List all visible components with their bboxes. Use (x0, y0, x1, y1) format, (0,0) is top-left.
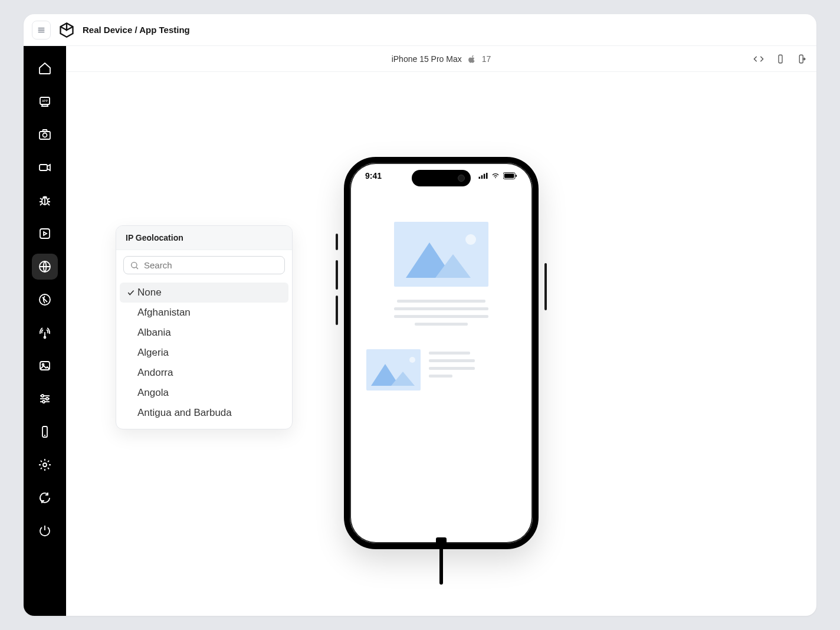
sidebar-map[interactable] (32, 287, 58, 313)
phone-power-button (544, 263, 547, 310)
status-bar: 9:41 (350, 171, 533, 181)
play-icon (38, 227, 52, 241)
svg-rect-26 (479, 176, 481, 178)
camera-icon (38, 127, 52, 142)
svg-rect-9 (40, 229, 50, 238)
sidebar-screenshot[interactable] (32, 122, 58, 147)
battery-icon (503, 172, 517, 179)
location-option-label: None (137, 287, 162, 298)
status-time: 9:41 (365, 171, 382, 181)
app-content-placeholder (350, 216, 533, 543)
svg-point-19 (46, 398, 48, 400)
sidebar: APP (24, 46, 66, 616)
location-option[interactable]: None (120, 283, 288, 303)
map-icon (38, 293, 52, 307)
image-icon (38, 359, 52, 373)
placeholder-text (366, 300, 516, 326)
power-icon (38, 524, 52, 538)
refresh-icon (38, 491, 52, 505)
bug-icon (38, 193, 52, 208)
search-input[interactable] (144, 260, 278, 270)
apple-icon (468, 55, 476, 63)
svg-point-20 (42, 401, 45, 403)
svg-point-6 (43, 133, 47, 137)
sliders-icon (38, 392, 52, 406)
location-option[interactable]: Albania (120, 323, 288, 343)
phone-icon (775, 54, 786, 64)
location-option-label: Andorra (137, 367, 173, 379)
svg-rect-29 (486, 173, 488, 179)
svg-rect-27 (481, 175, 483, 179)
placeholder-list-item (366, 349, 516, 391)
globe-icon (38, 260, 52, 274)
sidebar-throttle[interactable] (32, 386, 58, 412)
hamburger-icon (37, 25, 46, 35)
device-screen[interactable]: 9:41 (344, 157, 539, 549)
location-option[interactable]: Algeria (120, 343, 288, 363)
svg-point-39 (132, 262, 137, 267)
device-cable (438, 537, 445, 585)
sidebar-home[interactable] (32, 55, 58, 81)
sidebar-device[interactable] (32, 419, 58, 445)
wifi-icon (491, 172, 500, 179)
network-icon (38, 326, 52, 340)
phone-mute-switch (336, 234, 338, 250)
location-list[interactable]: NoneAfghanistanAlbaniaAlgeriaAndorraAngo… (116, 280, 292, 429)
location-option-label: Afghanistan (137, 307, 191, 319)
location-option[interactable]: Afghanistan (120, 303, 288, 323)
sidebar-record[interactable] (32, 155, 58, 181)
sidebar-play[interactable] (32, 221, 58, 247)
placeholder-image (394, 222, 488, 287)
app-icon: APP (38, 94, 52, 109)
svg-rect-32 (516, 175, 517, 177)
sidebar-network[interactable] (32, 320, 58, 346)
rotate-button[interactable] (775, 54, 786, 64)
device-label: iPhone 15 Pro Max 17 (392, 54, 491, 64)
location-option[interactable]: Andorra (120, 363, 288, 383)
page-title: Real Device / App Testing (83, 25, 190, 35)
phone-volume-up (336, 260, 338, 290)
signal-icon (478, 173, 488, 179)
svg-point-18 (41, 395, 44, 397)
phone-volume-down (336, 296, 338, 325)
svg-rect-7 (40, 165, 47, 170)
sidebar-power[interactable] (32, 518, 58, 544)
location-option-label: Antigua and Barbuda (137, 407, 232, 419)
svg-point-23 (43, 463, 47, 467)
code-icon (753, 53, 764, 65)
svg-rect-31 (504, 173, 514, 178)
settings-icon (38, 458, 52, 472)
titlebar: Real Device / App Testing (24, 14, 816, 46)
search-field[interactable] (123, 256, 285, 274)
svg-rect-13 (40, 362, 50, 370)
svg-line-40 (136, 267, 138, 269)
svg-rect-28 (484, 173, 485, 178)
location-option-label: Angola (137, 387, 169, 399)
sidebar-bug[interactable] (32, 188, 58, 214)
app-logo (58, 21, 76, 39)
location-option[interactable]: Angola (120, 383, 288, 403)
popover-title: IP Geolocation (116, 226, 292, 250)
phone-arrow-icon (796, 54, 807, 64)
sidebar-geolocation[interactable] (32, 254, 58, 280)
devtools-button[interactable] (753, 53, 764, 65)
location-option-label: Algeria (137, 347, 169, 359)
app-window: Real Device / App Testing APP iPhone 15 … (24, 14, 816, 616)
main: iPhone 15 Pro Max 17 (66, 46, 816, 616)
location-option-label: Albania (137, 327, 171, 339)
sidebar-app[interactable]: APP (32, 88, 58, 114)
device-icon (38, 425, 52, 439)
home-icon (38, 61, 52, 76)
menu-button[interactable] (32, 21, 51, 40)
install-button[interactable] (796, 54, 807, 64)
svg-point-38 (409, 357, 415, 363)
svg-text:APP: APP (42, 99, 48, 103)
sidebar-image[interactable] (32, 353, 58, 379)
svg-rect-25 (799, 55, 803, 63)
sidebar-refresh[interactable] (32, 485, 58, 511)
device-name: iPhone 15 Pro Max (392, 54, 462, 64)
location-option[interactable]: Antigua and Barbuda (120, 403, 288, 423)
svg-rect-24 (779, 55, 782, 63)
sidebar-settings[interactable] (32, 452, 58, 478)
os-version: 17 (482, 54, 491, 64)
